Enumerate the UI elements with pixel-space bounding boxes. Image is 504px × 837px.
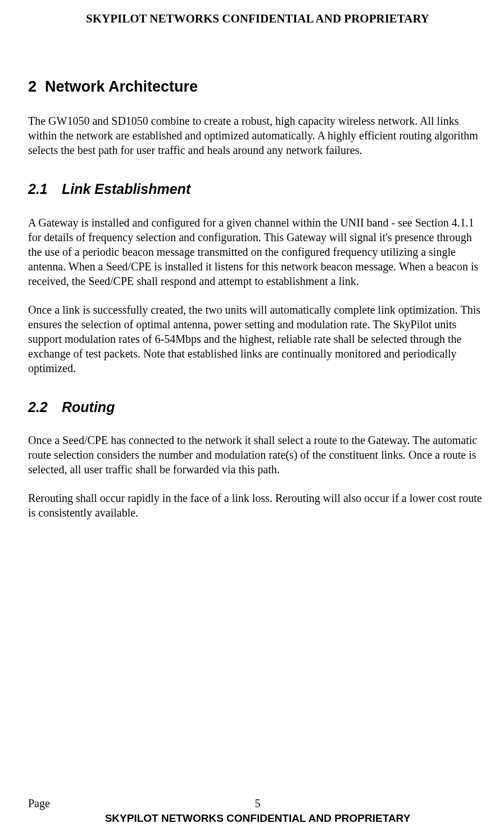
section-intro-paragraph: The GW1050 and SD1050 combine to create … [28, 114, 487, 157]
subsection-title: Link Establishment [62, 181, 190, 197]
page-footer: Page 5 SKYPILOT NETWORKS CONFIDENTIAL AN… [28, 796, 487, 826]
subsection-heading: 2.1Link Establishment [28, 180, 487, 198]
footer-confidential: SKYPILOT NETWORKS CONFIDENTIAL AND PROPR… [28, 812, 487, 826]
body-paragraph: Once a Seed/CPE has connected to the net… [28, 433, 487, 477]
footer-page-number: 5 [255, 796, 261, 811]
subsection-number: 2.1 [28, 180, 62, 198]
section-heading: 2 Network Architecture [28, 77, 487, 97]
subsection-number: 2.2 [28, 398, 62, 417]
subsection-title: Routing [62, 399, 115, 415]
page-header-confidential: SKYPILOT NETWORKS CONFIDENTIAL AND PROPR… [28, 11, 487, 26]
body-paragraph: Rerouting shall occur rapidly in the fac… [28, 491, 487, 520]
body-paragraph: A Gateway is installed and configured fo… [28, 215, 487, 288]
subsection-heading: 2.2Routing [28, 398, 487, 417]
body-paragraph: Once a link is successfully created, the… [28, 302, 487, 375]
section-number: 2 [28, 78, 37, 95]
section-title: Network Architecture [45, 78, 198, 95]
footer-page-label: Page [28, 796, 50, 811]
